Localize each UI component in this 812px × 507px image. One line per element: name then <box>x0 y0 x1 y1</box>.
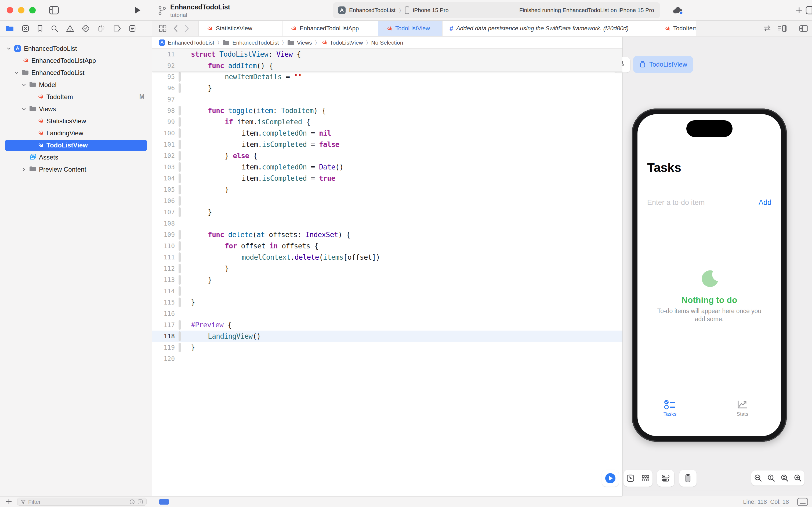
code-line-113[interactable]: 113} <box>152 274 623 285</box>
code-line-103[interactable]: 103item.completedOn = Date() <box>152 161 623 173</box>
zoom-out-button[interactable] <box>754 474 762 482</box>
code-line-95[interactable]: 95newItemDetails = "" <box>152 71 623 82</box>
sidebar-item-enhancedtodolistapp[interactable]: EnhancedTodoListApp <box>0 55 152 67</box>
editor-tab-todoitem[interactable]: TodoItem <box>656 21 696 36</box>
disclosure-chevron-icon[interactable] <box>21 82 26 87</box>
editor-tab-added[interactable]: #Added data persistence using the SwiftD… <box>443 21 656 36</box>
code-line-116[interactable]: 116 <box>152 308 623 319</box>
phone-tab-tasks[interactable]: Tasks <box>652 400 687 417</box>
navigator-breakpoints-icon[interactable] <box>113 25 121 32</box>
sidebar-item-landingview[interactable]: LandingView <box>0 127 152 139</box>
code-line-120[interactable]: 120 <box>152 353 623 364</box>
recent-files-clock-icon[interactable] <box>129 499 135 505</box>
code-line-104[interactable]: 104item.isCompleted = true <box>152 173 623 184</box>
minimize-window-button[interactable] <box>18 7 24 13</box>
sidebar-item-assets[interactable]: Assets <box>0 152 152 164</box>
preview-target-chip[interactable]: TodoListView <box>633 56 693 73</box>
breadcrumb-item[interactable]: EnhancedTodoList <box>159 39 214 46</box>
code-line-117[interactable]: 117#Preview { <box>152 319 623 331</box>
code-line-110[interactable]: 110for offset in offsets { <box>152 240 623 251</box>
code-line-115[interactable]: 115} <box>152 297 623 308</box>
navigator-bookmarks-icon[interactable] <box>37 25 43 32</box>
code-line-108[interactable]: 108 <box>152 218 623 229</box>
sidebar-item-todolistview[interactable]: TodoListView <box>0 139 152 152</box>
phone-tab-stats[interactable]: Stats <box>725 400 760 417</box>
toggle-right-sidebar-icon[interactable] <box>806 6 812 14</box>
code-line-119[interactable]: 119} <box>152 342 623 353</box>
breadcrumb-item[interactable]: No Selection <box>371 40 403 46</box>
navigator-reports-icon[interactable] <box>129 25 136 32</box>
activity-status-pill[interactable]: EnhancedTodoList 〉 iPhone 15 Pro Finishe… <box>333 2 660 18</box>
sidebar-item-enhancedtodolist[interactable]: EnhancedTodoList <box>0 67 152 79</box>
zoom-100-button[interactable] <box>767 474 775 482</box>
code-line-105[interactable]: 105} <box>152 184 623 195</box>
editor-tab-todolistview[interactable]: TodoListView <box>378 21 443 36</box>
disclosure-chevron-icon[interactable] <box>6 46 11 51</box>
zoom-window-button[interactable] <box>29 7 36 13</box>
close-window-button[interactable] <box>7 7 13 13</box>
preview-device-button[interactable] <box>679 470 697 487</box>
code-line-111[interactable]: 111modelContext.delete(items[offset]) <box>152 251 623 263</box>
line-col-indicator[interactable]: Line: 118 Col: 18 <box>743 498 789 505</box>
add-file-plus-icon[interactable] <box>5 498 12 505</box>
todo-input-field[interactable]: Enter a to-do item <box>647 199 705 207</box>
add-editor-icon[interactable] <box>799 25 808 32</box>
navigator-project-icon[interactable] <box>5 25 14 32</box>
disclosure-chevron-icon[interactable] <box>21 167 26 172</box>
sidebar-item-enhancedtodolist[interactable]: EnhancedTodoList <box>0 43 152 55</box>
minimap-list-icon[interactable] <box>777 25 787 32</box>
code-line-102[interactable]: 102} else { <box>152 150 623 161</box>
zoom-in-button[interactable] <box>794 474 802 482</box>
add-todo-button[interactable]: Add <box>759 199 771 207</box>
code-line-106[interactable]: 106 <box>152 195 623 207</box>
scheme-name[interactable]: EnhancedTodoList <box>349 7 396 13</box>
code-line-11[interactable]: 11struct TodoListView: View { <box>152 49 623 60</box>
editor-tab-statisticsview[interactable]: StatisticsView <box>199 21 283 36</box>
selectable-mode-icon[interactable] <box>627 474 635 482</box>
run-button[interactable] <box>134 6 141 14</box>
live-preview-play-button[interactable] <box>602 470 619 487</box>
navigator-sourcecontrol-icon[interactable] <box>22 25 29 32</box>
code-line-112[interactable]: 112} <box>152 263 623 274</box>
run-destination[interactable]: iPhone 15 Pro <box>413 7 449 13</box>
code-line-101[interactable]: 101item.isCompleted = false <box>152 139 623 150</box>
code-line-98[interactable]: 98func toggle(item: TodoItem) { <box>152 105 623 116</box>
code-line-114[interactable]: 114 <box>152 285 623 297</box>
go-forward-chevron-icon[interactable] <box>184 24 189 33</box>
navigator-tests-icon[interactable] <box>82 25 90 32</box>
code-line-99[interactable]: 99if item.isCompleted { <box>152 116 623 127</box>
code-line-109[interactable]: 109func delete(at offsets: IndexSet) { <box>152 229 623 240</box>
variants-mode-icon[interactable] <box>641 474 649 482</box>
breadcrumb-item[interactable]: Views <box>287 40 312 46</box>
toggle-left-sidebar-icon[interactable] <box>49 6 59 14</box>
sidebar-item-views[interactable]: Views <box>0 103 152 115</box>
code-line-92[interactable]: 92func addItem() { <box>152 60 623 72</box>
code-line-96[interactable]: 96} <box>152 82 623 94</box>
swap-editor-icon[interactable] <box>763 25 771 32</box>
navigator-issues-icon[interactable] <box>66 25 74 32</box>
editor-tab-enhancedtodolistapp[interactable]: EnhancedTodoListApp <box>283 21 378 36</box>
code-line-100[interactable]: 100item.completedOn = nil <box>152 127 623 139</box>
disclosure-chevron-icon[interactable] <box>14 70 19 75</box>
code-line-118[interactable]: 118LandingView() <box>152 331 623 342</box>
navigator-find-icon[interactable] <box>51 25 58 32</box>
new-tab-plus-icon[interactable] <box>795 6 803 14</box>
tab-overview-grid-icon[interactable] <box>159 24 167 33</box>
sidebar-item-statisticsview[interactable]: StatisticsView <box>0 115 152 127</box>
code-line-107[interactable]: 107} <box>152 207 623 218</box>
disclosure-chevron-icon[interactable] <box>21 107 26 111</box>
breadcrumb-item[interactable]: EnhancedTodoList <box>222 40 279 46</box>
go-back-chevron-icon[interactable] <box>173 24 178 33</box>
code-line-97[interactable]: 97 <box>152 94 623 105</box>
navigator-debug-icon[interactable] <box>97 25 105 32</box>
sidebar-item-preview-content[interactable]: Preview Content <box>0 164 152 176</box>
device-settings-button[interactable] <box>657 470 674 487</box>
zoom-fit-button[interactable] <box>780 474 789 482</box>
scm-status-filter-icon[interactable] <box>137 499 143 505</box>
source-editor[interactable]: 95newItemDetails = ""96}9798func toggle(… <box>152 49 623 496</box>
sidebar-item-model[interactable]: Model <box>0 79 152 91</box>
breadcrumb-item[interactable]: TodoListView <box>320 39 363 46</box>
sidebar-item-todoitem[interactable]: TodoItemM <box>0 91 152 103</box>
navigator-filter-field[interactable]: Filter <box>17 498 147 506</box>
keyboard-panel-icon[interactable] <box>797 498 808 506</box>
